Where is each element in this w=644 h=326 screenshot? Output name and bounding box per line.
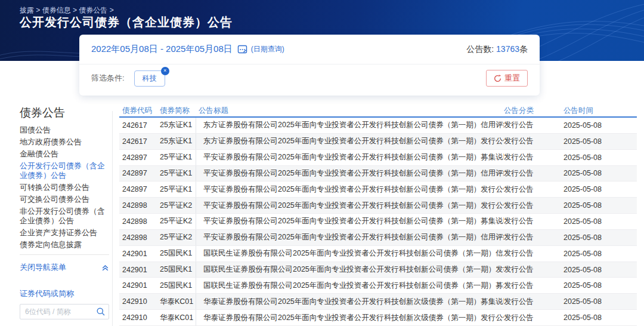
cell-bond-code: 242898 bbox=[119, 201, 157, 210]
cell-announcement-title[interactable]: 平安证券股份有限公司2025年面向专业投资者公开发行科技创新公司债券（第一期）信… bbox=[196, 166, 504, 182]
collapse-nav-toggle[interactable]: 关闭导航菜单 bbox=[20, 262, 109, 273]
cell-bond-name: 25平证K1 bbox=[157, 152, 196, 162]
cell-date: 2025-05-08 bbox=[564, 250, 637, 258]
table-row[interactable]: 242617 25东证K1 东方证券股份有限公司2025年面向专业投资者公开发行… bbox=[119, 134, 637, 150]
cell-bond-code: 242901 bbox=[119, 281, 157, 290]
cell-date: 2025-05-08 bbox=[564, 217, 637, 226]
cell-date: 2025-05-08 bbox=[564, 233, 637, 242]
cell-category: 发行公告 bbox=[504, 265, 564, 275]
cell-announcement-title[interactable]: 东方证券股份有限公司2025年面向专业投资者公开发行科技创新公司债券（第一期）信… bbox=[196, 118, 504, 133]
cell-bond-code: 242910 bbox=[119, 297, 157, 306]
double-chevron-up-icon bbox=[101, 264, 109, 272]
cell-bond-code: 242898 bbox=[119, 233, 157, 242]
cell-date: 2025-05-08 bbox=[564, 185, 637, 193]
table-body: 242617 25东证K1 东方证券股份有限公司2025年面向专业投资者公开发行… bbox=[119, 118, 637, 326]
cell-date: 2025-05-08 bbox=[564, 169, 637, 177]
sidebar-item[interactable]: 地方政府债券公告 bbox=[20, 137, 109, 147]
table-row[interactable]: 242897 25平证K1 平安证券股份有限公司2025年面向专业投资者公开发行… bbox=[119, 166, 637, 182]
sidebar-divider bbox=[20, 254, 109, 255]
sidebar-item[interactable]: 非公开发行公司债券（含企业债券）公告 bbox=[20, 207, 109, 226]
filter-row: 筛选条件: 科技 × 重置 bbox=[79, 64, 540, 96]
reset-button[interactable]: 重置 bbox=[486, 70, 528, 87]
filter-card: 2022年05月08日 - 2025年05月08日 (日期查询) 公告数: 13… bbox=[79, 35, 540, 96]
cell-bond-name: 25平证K2 bbox=[157, 216, 196, 226]
table-row[interactable]: 242898 25平证K2 平安证券股份有限公司2025年面向专业投资者公开发行… bbox=[119, 214, 637, 230]
cell-announcement-title[interactable]: 华泰证券股份有限公司2025年面向专业投资者公开发行科技创新次级债券（第一期）发… bbox=[196, 310, 504, 325]
calendar-icon[interactable] bbox=[237, 44, 247, 54]
cell-category: 发行公告 bbox=[504, 281, 564, 291]
sidebar-item[interactable]: 国债公告 bbox=[20, 125, 109, 135]
filter-tag-label: 科技 bbox=[143, 74, 157, 82]
count-unit: 条 bbox=[519, 44, 528, 54]
cell-announcement-title[interactable]: 平安证券股份有限公司2025年面向专业投资者公开发行科技创新公司债券（第一期）募… bbox=[196, 214, 504, 229]
sidebar-item[interactable]: 公开发行公司债券（含企业债券）公告 bbox=[20, 161, 109, 180]
sidebar-item[interactable]: 可交换公司债券公告 bbox=[20, 195, 109, 204]
date-query-hint: (日期查询) bbox=[251, 44, 284, 54]
sidebar-item[interactable]: 企业资产支持证券公告 bbox=[20, 228, 109, 238]
cell-announcement-title[interactable]: 东方证券股份有限公司2025年面向专业投资者公开发行科技创新公司债券（第一期）发… bbox=[196, 134, 504, 149]
cell-date: 2025-05-08 bbox=[564, 201, 637, 210]
cell-bond-code: 242897 bbox=[119, 169, 157, 177]
sidebar-item[interactable]: 金融债公告 bbox=[20, 149, 109, 159]
date-range-picker[interactable]: 2022年05月08日 - 2025年05月08日 bbox=[91, 44, 233, 55]
cell-category: 发行公告 bbox=[504, 136, 564, 146]
search-icon[interactable] bbox=[96, 307, 106, 319]
col-header-bond-name: 债券简称 bbox=[157, 106, 196, 116]
table-row[interactable]: 242901 25国民K1 国联民生证券股份有限公司2025年面向专业投资者公开… bbox=[119, 262, 637, 278]
table-header-row: 债券代码 债券简称 公告标题 公告分类 公告时间 bbox=[119, 105, 637, 118]
announcement-table: 债券代码 债券简称 公告标题 公告分类 公告时间 242617 25东证K1 东… bbox=[119, 105, 637, 326]
cell-bond-name: 25平证K2 bbox=[157, 232, 196, 242]
sidebar-nav: 国债公告地方政府债券公告金融债公告公开发行公司债券（含企业债券）公告可转换公司债… bbox=[20, 125, 109, 250]
cell-bond-name: 25国民K1 bbox=[157, 265, 196, 275]
cell-announcement-title[interactable]: 平安证券股份有限公司2025年面向专业投资者公开发行科技创新公司债券（第一期）募… bbox=[196, 150, 504, 165]
cell-bond-name: 25国民K1 bbox=[157, 281, 196, 291]
count-label: 公告数: bbox=[466, 44, 494, 54]
page-title: 公开发行公司债券（含企业债券）公告 bbox=[20, 14, 233, 30]
cell-bond-code: 242910 bbox=[119, 313, 157, 322]
cell-announcement-title[interactable]: 平安证券股份有限公司2025年面向专业投资者公开发行科技创新公司债券（第一期）信… bbox=[196, 230, 504, 245]
table-row[interactable]: 242617 25东证K1 东方证券股份有限公司2025年面向专业投资者公开发行… bbox=[119, 118, 637, 134]
table-row[interactable]: 242910 华泰KC01 华泰证券股份有限公司2025年面向专业投资者公开发行… bbox=[119, 294, 637, 310]
collapse-nav-label: 关闭导航菜单 bbox=[20, 262, 66, 273]
cell-date: 2025-05-08 bbox=[564, 266, 637, 274]
cell-announcement-title[interactable]: 国联民生证券股份有限公司2025年面向专业投资者公开发行科技创新公司债券（第一期… bbox=[196, 246, 504, 262]
sidebar-vertical-rule bbox=[112, 111, 113, 326]
col-header-title: 公告标题 bbox=[196, 105, 504, 116]
table-row[interactable]: 242910 华泰KC01 华泰证券股份有限公司2025年面向专业投资者公开发行… bbox=[119, 310, 637, 326]
tag-close-icon[interactable]: × bbox=[161, 67, 169, 75]
filter-label: 筛选条件: bbox=[91, 73, 125, 84]
cell-announcement-title[interactable]: 国联民生证券股份有限公司2025年面向专业投资者公开发行科技创新公司债券（第一期… bbox=[196, 278, 504, 293]
cell-announcement-title[interactable]: 国联民生证券股份有限公司2025年面向专业投资者公开发行科技创新公司债券（第一期… bbox=[196, 262, 504, 278]
cell-announcement-title[interactable]: 华泰证券股份有限公司2025年面向专业投资者公开发行科技创新次级债券（第一期）募… bbox=[196, 294, 504, 309]
cell-bond-name: 25国民K1 bbox=[157, 248, 196, 259]
cell-category: 发行公告 bbox=[504, 201, 564, 211]
code-search-wrap bbox=[20, 304, 109, 319]
cell-bond-code: 242898 bbox=[119, 217, 157, 226]
cell-date: 2025-05-08 bbox=[564, 137, 637, 146]
sidebar-item[interactable]: 债券定向信息披露 bbox=[20, 240, 109, 250]
cell-bond-name: 华泰KC01 bbox=[157, 313, 196, 323]
cell-category: 发行公告 bbox=[504, 120, 564, 130]
table-row[interactable]: 242897 25平证K1 平安证券股份有限公司2025年面向专业投资者公开发行… bbox=[119, 182, 637, 198]
col-header-bond-code: 债券代码 bbox=[119, 106, 157, 116]
table-row[interactable]: 242898 25平证K2 平安证券股份有限公司2025年面向专业投资者公开发行… bbox=[119, 198, 637, 214]
cell-date: 2025-05-08 bbox=[564, 297, 637, 306]
col-header-date: 公告时间 bbox=[564, 106, 637, 116]
table-row[interactable]: 242901 25国民K1 国联民生证券股份有限公司2025年面向专业投资者公开… bbox=[119, 278, 637, 294]
table-row[interactable]: 242901 25国民K1 国联民生证券股份有限公司2025年面向专业投资者公开… bbox=[119, 246, 637, 262]
cell-bond-name: 25平证K1 bbox=[157, 184, 196, 195]
cell-date: 2025-05-08 bbox=[564, 281, 637, 290]
cell-announcement-title[interactable]: 平安证券股份有限公司2025年面向专业投资者公开发行科技创新公司债券（第一期）发… bbox=[196, 198, 504, 213]
cell-date: 2025-05-08 bbox=[564, 121, 637, 130]
cell-category: 发行公告 bbox=[504, 184, 564, 195]
cell-category: 发行公告 bbox=[504, 248, 564, 259]
cell-bond-name: 25东证K1 bbox=[157, 120, 196, 130]
count-value: 13763 bbox=[496, 44, 519, 54]
table-row[interactable]: 242897 25平证K1 平安证券股份有限公司2025年面向专业投资者公开发行… bbox=[119, 150, 637, 166]
sidebar-item[interactable]: 可转换公司债券公告 bbox=[20, 183, 109, 192]
sidebar-heading: 债券公告 bbox=[20, 106, 109, 119]
filter-tag-keji[interactable]: 科技 × bbox=[134, 70, 165, 87]
cell-bond-code: 242617 bbox=[119, 121, 157, 130]
table-row[interactable]: 242898 25平证K2 平安证券股份有限公司2025年面向专业投资者公开发行… bbox=[119, 230, 637, 246]
cell-announcement-title[interactable]: 平安证券股份有限公司2025年面向专业投资者公开发行科技创新公司债券（第一期）发… bbox=[196, 182, 504, 197]
